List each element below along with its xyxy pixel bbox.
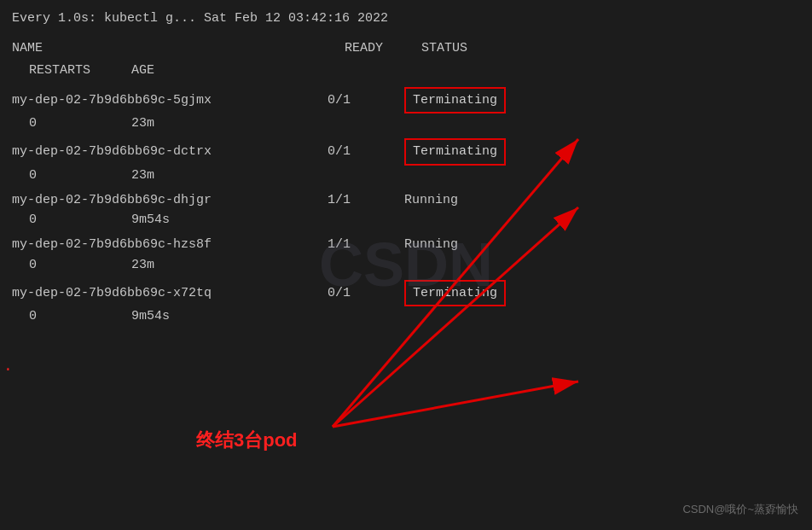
pod-ready: 0/1 (328, 142, 404, 161)
pod-age: 23m (131, 166, 200, 185)
table-row: my-dep-02-7b9d6bb69c-5gjmx0/1Terminating (12, 87, 800, 114)
col-ready-header: READY (345, 38, 421, 58)
col-age-header: AGE (131, 61, 200, 80)
col-name-header: NAME (12, 38, 345, 58)
table-row: my-dep-02-7b9d6bb69c-hzs8f1/1Running (12, 235, 800, 254)
annotation-text: 终结3台pod (196, 426, 298, 455)
pod-ready: 1/1 (328, 190, 404, 210)
pod-age: 9m54s (131, 210, 200, 230)
pod-name: my-dep-02-7b9d6bb69c-dhjgr (12, 190, 328, 210)
pod-ready: 0/1 (328, 90, 404, 110)
pod-restarts: 0 (29, 114, 131, 133)
terminating-status-badge: Terminating (404, 87, 506, 114)
table-row: my-dep-02-7b9d6bb69c-dctrx0/1Terminating (12, 138, 800, 165)
left-indicator: · (3, 358, 13, 382)
table-row-sub: 09m54s (12, 306, 800, 326)
pod-name: my-dep-02-7b9d6bb69c-dctrx (12, 142, 328, 161)
pod-status: Terminating (404, 138, 575, 165)
terminating-status-badge: Terminating (404, 280, 506, 306)
table-row-sub: 09m54s (12, 210, 800, 230)
column-headers: NAME READY STATUS (12, 38, 800, 58)
table-row: my-dep-02-7b9d6bb69c-x72tq0/1Terminating (12, 280, 800, 306)
table-row-sub: 023m (12, 166, 800, 185)
terminal-window: CSDN Every 1.0s: kubectl g... Sat Feb 12… (0, 0, 812, 530)
table-row: my-dep-02-7b9d6bb69c-dhjgr1/1Running (12, 190, 800, 210)
pod-status: Running (404, 235, 575, 254)
pod-ready: 1/1 (328, 235, 404, 254)
pod-restarts: 0 (29, 210, 131, 230)
pod-restarts: 0 (29, 255, 131, 275)
pod-name: my-dep-02-7b9d6bb69c-5gjmx (12, 90, 328, 110)
pod-restarts: 0 (29, 306, 131, 326)
table-row-sub: 023m (12, 114, 800, 133)
pod-name: my-dep-02-7b9d6bb69c-x72tq (12, 283, 328, 303)
sub-column-headers: RESTARTS AGE (12, 61, 800, 80)
col-status-header: STATUS (421, 38, 592, 58)
pod-list: my-dep-02-7b9d6bb69c-5gjmx0/1Terminating… (12, 87, 800, 327)
table-row-sub: 023m (12, 255, 800, 275)
csdn-attribution: CSDN@哦价~蒸孬愉快 (682, 501, 798, 518)
pod-ready: 0/1 (328, 283, 404, 303)
terminating-status-badge: Terminating (404, 138, 506, 165)
svg-line-3 (333, 381, 578, 427)
pod-restarts: 0 (29, 166, 131, 185)
pod-status: Running (404, 190, 575, 210)
pod-age: 23m (131, 114, 200, 133)
pod-status: Terminating (404, 87, 575, 114)
pod-status: Terminating (404, 280, 575, 306)
pod-name: my-dep-02-7b9d6bb69c-hzs8f (12, 235, 328, 254)
terminal-header: Every 1.0s: kubectl g... Sat Feb 12 03:4… (12, 9, 800, 28)
pod-age: 23m (131, 255, 200, 275)
pod-age: 9m54s (131, 306, 200, 326)
col-restarts-header: RESTARTS (29, 61, 131, 80)
